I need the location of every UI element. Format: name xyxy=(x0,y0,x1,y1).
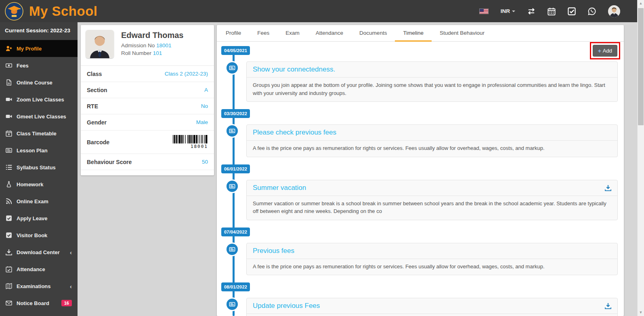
sidebar-item-visitor-book[interactable]: Visitor Book xyxy=(0,227,78,244)
sidebar-item-gmeet-live-classes[interactable]: Gmeet Live Classes xyxy=(0,108,78,125)
calendar-check-icon xyxy=(6,266,12,272)
timeline-entry-title[interactable]: Show your connectedness. xyxy=(253,65,335,74)
sidebar-item-notice-board[interactable]: Notice Board 16 xyxy=(0,295,78,312)
tab-label: Student Behaviour xyxy=(440,30,485,36)
plus-icon: + xyxy=(598,48,601,54)
tab-label: Fees xyxy=(257,30,269,36)
download-icon[interactable] xyxy=(605,303,611,309)
timeline-entry-title[interactable]: Previous fees xyxy=(253,247,294,255)
newspaper-icon xyxy=(229,128,235,134)
roll-number: 101 xyxy=(153,50,162,56)
timeline-entry-body: Groups you join appear at the bottom of … xyxy=(247,78,617,101)
chevron-left-icon xyxy=(70,283,72,289)
sidebar-item-examinations[interactable]: Examinations xyxy=(0,278,78,295)
detail-row-class: Class Class 2 (2022-23) xyxy=(81,66,214,82)
admission-no: 18001 xyxy=(156,42,172,48)
language-flag-icon[interactable] xyxy=(479,8,489,14)
tab-attendance[interactable]: Attendance xyxy=(308,25,351,42)
sidebar-item-label: Visitor Book xyxy=(17,232,47,238)
timeline-node xyxy=(225,242,239,256)
sidebar-item-download-center[interactable]: Download Center xyxy=(0,244,78,261)
timeline-entry: 04/05/2021 Show your connectedness. Grou… xyxy=(217,46,624,102)
sidebar-item-label: Online Exam xyxy=(17,198,48,204)
student-profile-card: Edward Thomas Admission No 18001 Roll Nu… xyxy=(81,25,214,175)
tab-label: Documents xyxy=(359,30,387,36)
scrollbar-thumb[interactable] xyxy=(638,8,644,125)
timeline-entries: 04/05/2021 Show your connectedness. Grou… xyxy=(217,42,624,316)
roll-line: Roll Number 101 xyxy=(121,50,183,56)
current-session-label: Current Session: 2022-23 xyxy=(0,22,78,40)
sidebar-item-my-profile[interactable]: My Profile xyxy=(0,40,78,57)
window-scrollbar[interactable]: ▲ ▼ xyxy=(637,0,644,316)
sidebar-item-attendance[interactable]: Attendance xyxy=(0,261,78,278)
file-icon xyxy=(6,79,12,86)
tab-exam[interactable]: Exam xyxy=(277,25,308,42)
sidebar-item-label: Download Center xyxy=(17,249,60,255)
sidebar-nav: Current Session: 2022-23 My Profile Fees… xyxy=(0,22,78,316)
notice-count-badge: 16 xyxy=(61,300,72,306)
timeline-entry-title[interactable]: Summer vacation xyxy=(253,184,306,192)
tab-profile[interactable]: Profile xyxy=(218,25,249,42)
sidebar-item-online-course[interactable]: Online Course xyxy=(0,74,78,91)
timeline-entry: 03/30/2022 Please check previous fees A … xyxy=(217,109,624,157)
detail-label: Behaviour Score xyxy=(87,159,132,165)
download-icon[interactable] xyxy=(605,185,611,191)
tab-documents[interactable]: Documents xyxy=(351,25,395,42)
newspaper-icon xyxy=(229,65,235,71)
tab-student-behaviour[interactable]: Student Behaviour xyxy=(432,25,493,42)
timeline-node xyxy=(225,124,239,138)
add-button[interactable]: + Add xyxy=(593,45,617,57)
user-avatar[interactable] xyxy=(608,5,620,17)
school-logo-icon xyxy=(5,2,23,21)
swap-icon[interactable] xyxy=(527,7,535,15)
money-icon xyxy=(6,62,12,69)
detail-label: RTE xyxy=(87,103,98,110)
sidebar-item-lesson-plan[interactable]: Lesson Plan xyxy=(0,142,78,159)
sidebar-item-zoom-live-classes[interactable]: Zoom Live Classes xyxy=(0,91,78,108)
sidebar-item-label: My Profile xyxy=(17,46,42,52)
detail-row-section: Section A xyxy=(81,82,214,98)
tab-label: Profile xyxy=(226,30,241,36)
calendar-icon[interactable] xyxy=(548,7,556,15)
timeline-entry-title[interactable]: Please check previous fees xyxy=(253,129,336,137)
detail-value: Male xyxy=(196,119,208,125)
newspaper-icon xyxy=(229,183,235,190)
sidebar-item-online-exam[interactable]: Online Exam xyxy=(0,193,78,210)
timeline-entry-title[interactable]: Update previous Fees xyxy=(253,302,320,310)
scroll-up-arrow[interactable]: ▲ xyxy=(638,0,644,7)
sidebar-menu: My Profile Fees Online Course Zoom Live … xyxy=(0,40,78,312)
timeline-entry: 07/04/2022 Previous fees A fee is the pr… xyxy=(217,228,624,276)
sidebar-item-label: Zoom Live Classes xyxy=(17,97,64,103)
timeline-entry-body: Summer vacation or summer break is a sch… xyxy=(247,196,617,220)
detail-value: No xyxy=(201,103,208,109)
timeline-entry-body: A fee is the price one pays as remunerat… xyxy=(247,314,617,316)
calendar-plus-icon xyxy=(6,130,12,137)
detail-row-rte: RTE No xyxy=(81,98,214,114)
sidebar-item-fees[interactable]: Fees xyxy=(0,57,78,74)
sidebar-item-apply-leave[interactable]: Apply Leave xyxy=(0,210,78,227)
app-window: My School INR Current Session: 2022-23 M… xyxy=(0,0,644,316)
timeline-entry: 08/01/2022 Update previous Fees A fee is… xyxy=(217,282,624,316)
chevron-left-icon xyxy=(70,249,72,255)
sidebar-item-syllabus-status[interactable]: Syllabus Status xyxy=(0,159,78,176)
tab-timeline[interactable]: Timeline xyxy=(395,25,432,42)
detail-label: Barcode xyxy=(87,139,109,145)
currency-selector[interactable]: INR xyxy=(501,8,515,14)
whatsapp-icon[interactable] xyxy=(588,7,596,15)
timeline-section: 04/05/2021 Show your connectedness. Grou… xyxy=(217,42,624,316)
sidebar-item-class-timetable[interactable]: Class Timetable xyxy=(0,125,78,142)
sidebar-item-label: Apply Leave xyxy=(17,215,48,221)
sidebar-item-label: Attendance xyxy=(17,266,45,272)
rss-icon xyxy=(6,198,12,204)
timeline-node xyxy=(225,179,239,193)
detail-row-barcode: Barcode 18001 xyxy=(81,131,214,154)
scroll-down-arrow[interactable]: ▼ xyxy=(638,309,644,316)
brand[interactable]: My School xyxy=(0,2,170,21)
flask-icon xyxy=(6,181,12,187)
timeline-date-badge: 08/01/2022 xyxy=(221,282,250,291)
tab-fees[interactable]: Fees xyxy=(249,25,277,42)
sidebar-item-homework[interactable]: Homework xyxy=(0,176,78,193)
task-check-icon[interactable] xyxy=(568,7,576,15)
timeline-node xyxy=(225,297,239,311)
detail-value: 50 xyxy=(202,159,208,165)
